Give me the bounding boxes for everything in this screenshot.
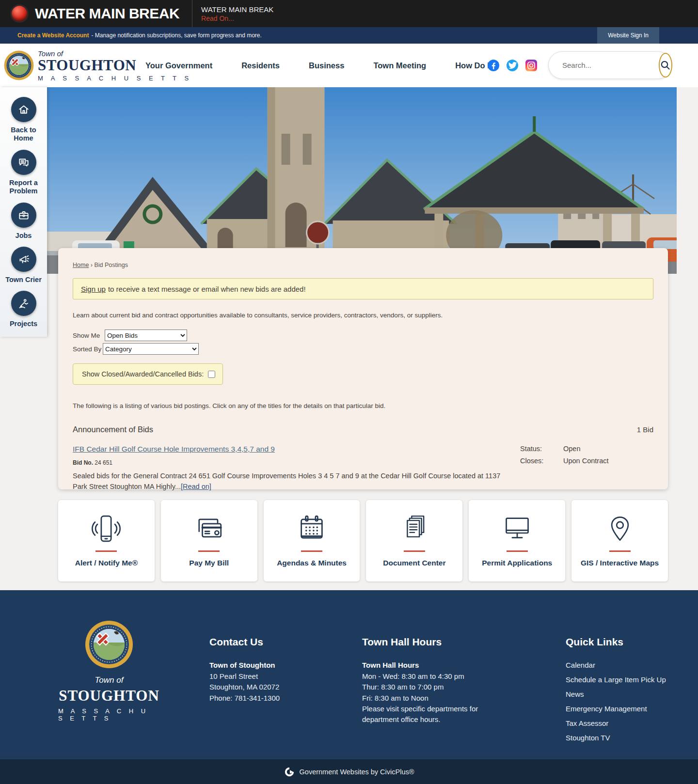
utility-description: - Manage notification subscriptions, sav… — [91, 32, 262, 39]
footer-logo: Town of STOUGHTON M A S S A C H U S E T … — [58, 620, 160, 722]
bids-section-header: Announcement of Bids 1 Bid — [73, 425, 653, 434]
footer-town-of: Town of — [95, 675, 124, 685]
status-label: Status: — [520, 445, 554, 453]
card-accent-bar — [507, 550, 528, 552]
footer-contact: Contact Us Town of Stoughton 10 Pearl St… — [209, 637, 348, 704]
sidebar-item-town-crier[interactable]: Town Crier — [2, 247, 46, 284]
hero-image — [47, 87, 677, 274]
documents-icon — [397, 513, 432, 545]
intro-text: Learn about current bid and contract opp… — [73, 312, 653, 319]
card-agendas-minutes[interactable]: Agendas & Minutes — [264, 500, 360, 581]
alert-read-on-link[interactable]: Read On... — [201, 15, 273, 22]
sidebar-item-projects[interactable]: Projects — [2, 291, 46, 328]
briefcase-icon — [17, 209, 30, 221]
closes-label: Closes: — [520, 457, 554, 465]
social-links — [488, 60, 537, 71]
card-permit-applications[interactable]: Permit Applications — [469, 500, 565, 581]
card-accent-bar — [301, 550, 322, 552]
footer-town-name: STOUGHTON — [59, 687, 159, 705]
quick-link-large-item-pickup[interactable]: Schedule a Large Item Pick Up — [566, 674, 672, 685]
alert-headline: WATER MAIN BREAK — [0, 0, 192, 27]
quick-link-tax-assessor[interactable]: Tax Assessor — [566, 718, 672, 729]
search-input[interactable] — [549, 61, 659, 69]
civicplus-bar: Government Websites by CivicPlus® — [0, 759, 698, 784]
breadcrumb-home-link[interactable]: Home — [73, 262, 89, 268]
website-sign-in-button[interactable]: Website Sign In — [597, 27, 659, 44]
nav-town-meeting[interactable]: Town Meeting — [359, 61, 441, 70]
show-me-select[interactable]: Open Bids — [105, 329, 187, 341]
create-account-link[interactable]: Create a Website Account — [17, 32, 89, 39]
utility-bar: Create a Website Account - Manage notifi… — [0, 27, 698, 44]
sidebar-item-report-a-problem[interactable]: Report a Problem — [2, 150, 46, 196]
main-nav: Your Government Residents Business Town … — [131, 44, 510, 87]
read-on-link[interactable]: [Read on] — [181, 483, 211, 490]
map-pin-icon — [603, 513, 637, 545]
hours-heading: Town Hall Hours — [362, 637, 522, 647]
footer-hours: Town Hall Hours Town Hall Hours Mon - We… — [362, 637, 522, 725]
search-button[interactable] — [659, 53, 672, 78]
megaphone-icon — [17, 253, 30, 266]
credit-card-icon — [191, 513, 226, 545]
card-gis-maps[interactable]: GIS / Interactive Maps — [571, 500, 668, 581]
nav-residents[interactable]: Residents — [227, 61, 294, 70]
facebook-icon[interactable] — [488, 60, 499, 71]
closes-value: Upon Contract — [563, 457, 609, 465]
card-pay-my-bill[interactable]: Pay My Bill — [161, 500, 257, 581]
search-icon — [660, 60, 671, 71]
monitor-icon — [500, 513, 535, 545]
quick-link-news[interactable]: News — [566, 689, 672, 700]
alert-detail: WATER MAIN BREAK Read On... — [192, 0, 273, 27]
nav-business[interactable]: Business — [294, 61, 359, 70]
contact-city: Stoughton, MA 02072 — [209, 683, 279, 691]
sign-up-link[interactable]: Sign up — [81, 285, 106, 293]
bid-title-link[interactable]: IFB Cedar Hill Golf Course Hole Improvem… — [73, 445, 275, 453]
hours-subheading: Town Hall Hours — [362, 661, 419, 669]
footer-quick-links: Quick Links Calendar Schedule a Large It… — [566, 637, 672, 747]
contact-org: Town of Stoughton — [209, 661, 275, 669]
footer-town-state: M A S S A C H U S E T T S — [58, 707, 160, 722]
contact-phone: Phone: 781-341-1300 — [209, 694, 280, 702]
sorted-by-select[interactable]: Category — [103, 343, 199, 355]
alert-title: WATER MAIN BREAK — [35, 5, 179, 22]
phone-alert-icon — [89, 513, 124, 545]
civicplus-icon — [284, 767, 295, 777]
show-me-label: Show Me — [73, 332, 103, 339]
closed-bids-checkbox[interactable] — [208, 371, 215, 378]
instagram-icon[interactable] — [525, 60, 537, 71]
calendar-icon — [294, 513, 329, 545]
bids-count: 1 Bid — [637, 425, 653, 434]
closed-bids-filter: Show Closed/Awarded/Cancelled Bids: — [73, 363, 223, 385]
card-accent-bar — [404, 550, 425, 552]
home-icon — [17, 103, 30, 116]
nav-your-government[interactable]: Your Government — [131, 61, 227, 70]
contact-street: 10 Pearl Street — [209, 672, 258, 680]
twitter-icon[interactable] — [507, 60, 518, 71]
breadcrumb-separator: › — [91, 262, 93, 268]
signup-banner: Sign up to receive a text message or ema… — [73, 278, 653, 299]
alert-light-icon — [12, 6, 27, 21]
card-accent-bar — [198, 550, 220, 552]
content-panel: Home › Bid Postings Sign up to receive a… — [58, 248, 668, 489]
card-document-center[interactable]: Document Center — [366, 500, 462, 581]
sidebar-item-jobs[interactable]: Jobs — [2, 203, 46, 240]
bid-listing-item: IFB Cedar Hill Golf Course Hole Improvem… — [73, 445, 653, 492]
breadcrumb: Home › Bid Postings — [73, 262, 653, 268]
quick-link-emergency-management[interactable]: Emergency Management — [566, 704, 672, 714]
bid-filters: Show Me Open Bids Sorted By Category Sho… — [73, 329, 653, 385]
quick-links-heading: Quick Links — [566, 637, 672, 647]
contact-heading: Contact Us — [209, 637, 348, 647]
chat-icon — [17, 156, 30, 169]
sidebar-item-back-to-home[interactable]: Back to Home — [2, 97, 46, 143]
bid-description: Sealed bids for the General Contract 24 … — [73, 470, 511, 492]
alert-subtitle: WATER MAIN BREAK — [201, 5, 273, 14]
quick-link-stoughton-tv[interactable]: Stoughton TV — [566, 733, 672, 743]
quick-link-calendar[interactable]: Calendar — [566, 660, 672, 671]
page: WATER MAIN BREAK WATER MAIN BREAK Read O… — [0, 0, 698, 784]
civicplus-text: Government Websites by CivicPlus® — [300, 768, 414, 776]
status-value: Open — [563, 445, 580, 453]
card-accent-bar — [95, 550, 117, 552]
closed-bids-label: Show Closed/Awarded/Cancelled Bids: — [82, 370, 204, 378]
card-alert-notify-me[interactable]: Alert / Notify Me® — [58, 500, 155, 581]
bid-status-block: Status: Open Closes: Upon Contract — [520, 445, 609, 492]
quick-sidebar: Back to Home Report a Problem Jobs Town … — [0, 87, 47, 337]
